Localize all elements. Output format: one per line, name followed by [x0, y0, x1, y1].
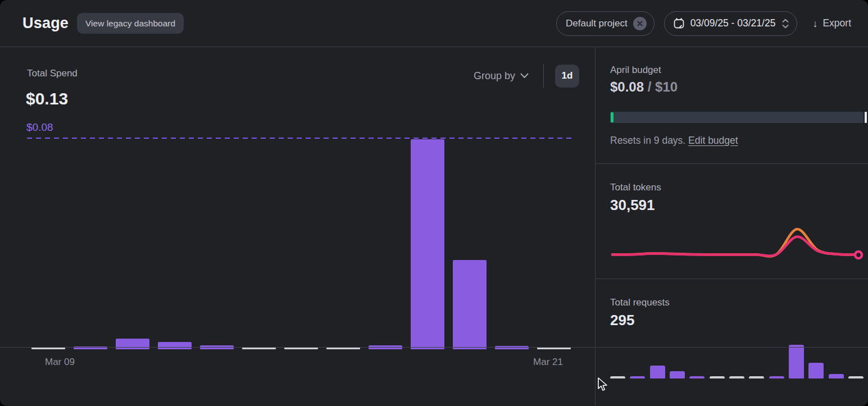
requests-bar-chart — [610, 344, 864, 378]
download-arrow-icon: ↓ — [812, 19, 817, 29]
x-axis-end-label: Mar 21 — [533, 357, 563, 368]
budget-reset-text: Resets in 9 days. Edit budget — [610, 135, 738, 147]
tokens-section: Total tokens 30,591 — [596, 164, 868, 279]
spend-bar[interactable] — [116, 339, 149, 349]
export-button[interactable]: ↓ Export — [807, 14, 857, 33]
chevron-down-icon — [520, 73, 529, 79]
request-bar[interactable] — [610, 376, 625, 378]
group-by-dropdown[interactable]: Group by — [470, 70, 532, 83]
tokens-line-pink — [612, 236, 858, 256]
page-title: Usage — [22, 15, 69, 32]
spend-bar[interactable] — [411, 139, 444, 349]
chart-controls: Group by 1d — [470, 63, 579, 88]
total-spend-value: $0.13 — [26, 89, 68, 108]
export-label: Export — [822, 17, 851, 29]
budget-spent: $0.08 — [610, 79, 644, 94]
reset-text: Resets in 9 days. — [610, 135, 688, 146]
spend-bar[interactable] — [453, 260, 487, 349]
request-bar[interactable] — [749, 376, 764, 378]
budget-label: April budget — [610, 65, 661, 76]
request-bar[interactable] — [829, 374, 844, 378]
calendar-icon — [674, 18, 684, 29]
bottom-divider — [0, 347, 868, 348]
request-bar[interactable] — [650, 366, 665, 378]
request-bar[interactable] — [729, 376, 744, 378]
controls-divider — [543, 64, 544, 88]
main-content: Total Spend $0.13 $0.08 Group by 1d Mar … — [0, 48, 868, 406]
total-requests-label: Total requests — [610, 297, 670, 308]
progress-limit-marker — [865, 112, 867, 123]
chevron-up-down-icon — [781, 18, 789, 29]
group-by-label: Group by — [474, 70, 515, 82]
line-end-marker — [855, 252, 862, 258]
x-axis-start-label: Mar 09 — [45, 357, 75, 368]
daily-spend-bar-chart — [31, 139, 571, 349]
request-bar[interactable] — [670, 371, 685, 378]
request-bar[interactable] — [789, 345, 804, 378]
spend-bar[interactable] — [158, 342, 192, 349]
remove-project-filter-icon[interactable] — [633, 17, 647, 30]
total-tokens-value: 30,591 — [610, 197, 655, 214]
progress-track — [610, 112, 864, 123]
header: Usage View legacy dashboard Default proj… — [0, 0, 868, 47]
request-bar[interactable] — [630, 376, 645, 378]
total-spend-label: Total Spend — [27, 68, 78, 79]
date-range-label: 03/09/25 - 03/21/25 — [690, 17, 776, 29]
budget-threshold-line — [27, 138, 574, 139]
view-legacy-dashboard-button[interactable]: View legacy dashboard — [77, 13, 184, 34]
summary-sidebar: April budget $0.08 / $10 Resets in 9 day… — [595, 48, 868, 406]
edit-budget-link[interactable]: Edit budget — [688, 135, 738, 146]
progress-fill — [611, 112, 613, 122]
x-axis: Mar 09 Mar 21 — [31, 357, 571, 368]
budget-section: April budget $0.08 / $10 Resets in 9 day… — [596, 48, 868, 164]
project-filter-label: Default project — [566, 18, 628, 29]
spend-bar[interactable] — [495, 346, 529, 349]
tokens-line-chart[interactable] — [610, 222, 864, 264]
budget-progress-bar — [610, 112, 867, 123]
project-filter-chip[interactable]: Default project — [556, 11, 655, 36]
budget-limit: $10 — [655, 79, 678, 94]
total-tokens-label: Total tokens — [610, 182, 661, 193]
close-icon — [637, 21, 643, 26]
interval-1d-button[interactable]: 1d — [555, 65, 579, 88]
total-spend-panel: Total Spend $0.13 $0.08 Group by 1d Mar … — [0, 48, 595, 406]
budget-separator: / — [644, 79, 655, 94]
budget-line-value-label: $0.08 — [26, 121, 53, 134]
requests-section: Total requests 295 — [596, 279, 868, 395]
request-bar[interactable] — [689, 376, 705, 378]
date-range-picker[interactable]: 03/09/25 - 03/21/25 — [664, 11, 798, 36]
request-bar[interactable] — [769, 376, 784, 378]
budget-value: $0.08 / $10 — [610, 79, 678, 95]
total-requests-value: 295 — [610, 312, 634, 329]
usage-dashboard: Usage View legacy dashboard Default proj… — [0, 0, 868, 406]
request-bar[interactable] — [808, 363, 824, 378]
request-bar[interactable] — [848, 376, 864, 378]
request-bar[interactable] — [710, 376, 725, 378]
